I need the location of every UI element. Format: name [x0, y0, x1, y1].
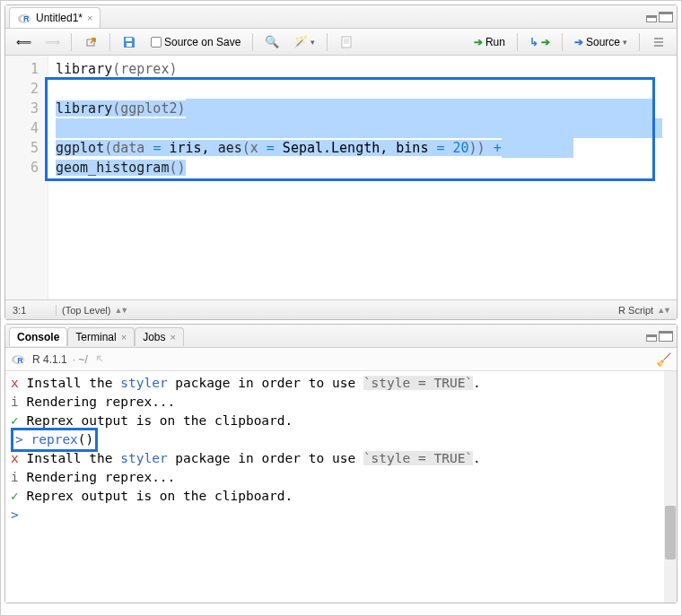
- line-number: 5: [5, 138, 39, 158]
- code-token: 20: [453, 140, 469, 156]
- source-button[interactable]: ➔Source ▾: [569, 33, 633, 51]
- close-tab-icon[interactable]: ×: [87, 13, 92, 23]
- rerun-button[interactable]: ↳➔: [524, 33, 555, 51]
- scope-label: (Top Level): [62, 305, 110, 316]
- find-button[interactable]: 🔍: [259, 32, 284, 52]
- code-tools-button[interactable]: 🪄▾: [288, 32, 320, 52]
- svg-rect-6: [342, 37, 351, 48]
- scroll-thumb[interactable]: [665, 506, 676, 560]
- code-text[interactable]: library(reprex) library(ggplot2) ggplot(…: [48, 56, 677, 299]
- source-on-save-toggle[interactable]: Source on Save: [145, 33, 246, 51]
- code-token: (reprex): [112, 61, 177, 77]
- separator: [517, 33, 518, 51]
- dropdown-caret-icon: ▾: [310, 38, 315, 47]
- console-output[interactable]: x Install the styler package in order to…: [5, 371, 677, 603]
- info-mark-icon: i: [11, 395, 19, 409]
- console-line: i Rendering reprex...: [11, 468, 671, 487]
- code-token: ggplot: [56, 140, 104, 156]
- compile-report-button[interactable]: [334, 32, 359, 52]
- console-tab[interactable]: Console: [9, 327, 67, 346]
- code-token: (ggplot2): [112, 100, 185, 117]
- popout-button[interactable]: [78, 32, 103, 52]
- separator: [252, 33, 253, 51]
- console-line: ✓ Reprex output is on the clipboard.: [11, 412, 671, 430]
- language-selector[interactable]: R Script▲▼: [618, 305, 669, 316]
- console-line: > reprex(): [11, 430, 671, 449]
- source-on-save-label: Source on Save: [164, 36, 240, 48]
- editor-body[interactable]: 1 2 3 4 5 6 library(reprex) library(ggpl…: [5, 56, 677, 299]
- tab-label: Jobs: [143, 331, 165, 343]
- code-token: (data: [104, 140, 153, 156]
- code-token: Sepal.Length, bins: [275, 140, 437, 156]
- updown-icon: ▲▼: [657, 306, 669, 315]
- separator: [639, 33, 640, 51]
- outline-button[interactable]: [646, 32, 671, 52]
- console-tab-bar: Console Terminal× Jobs×: [5, 325, 677, 348]
- r-file-icon: R: [17, 11, 31, 25]
- code-token: geom_histogram: [56, 160, 169, 176]
- editor-tab-title: Untitled1*: [36, 12, 83, 24]
- console-pane: Console Terminal× Jobs× R R 4.1.1 · ~/ 🧹…: [4, 324, 678, 603]
- popout-wd-icon[interactable]: [93, 352, 108, 367]
- scope-selector[interactable]: (Top Level)▲▼: [56, 305, 618, 316]
- svg-text:R: R: [23, 14, 30, 23]
- run-button[interactable]: ➔Run: [468, 33, 511, 51]
- close-tab-icon[interactable]: ×: [170, 332, 176, 343]
- line-number: 3: [5, 99, 39, 118]
- save-icon: [122, 35, 136, 49]
- line-number: 2: [5, 79, 39, 99]
- editor-status-bar: 3:1 (Top Level)▲▼ R Script▲▼: [5, 299, 677, 319]
- check-mark-icon: ✓: [11, 489, 19, 503]
- maximize-pane-icon[interactable]: [659, 12, 673, 22]
- minimize-pane-icon[interactable]: [646, 15, 657, 22]
- check-mark-icon: ✓: [11, 413, 19, 428]
- code-token: library: [56, 61, 112, 77]
- console-line: x Install the styler package in order to…: [11, 449, 671, 468]
- line-number: 1: [5, 59, 39, 79]
- maximize-pane-icon[interactable]: [659, 331, 673, 342]
- code-token: +: [485, 140, 502, 156]
- pane-controls: [646, 12, 673, 22]
- editor-tab-bar: R Untitled1* ×: [5, 5, 677, 29]
- forward-button[interactable]: ⟹: [39, 32, 65, 52]
- working-dir[interactable]: · ~/: [73, 353, 88, 366]
- language-label: R Script: [618, 305, 653, 316]
- clear-console-icon[interactable]: 🧹: [656, 352, 671, 367]
- tab-label: Console: [17, 331, 59, 343]
- error-mark-icon: x: [11, 376, 19, 390]
- console-line: ✓ Reprex output is on the clipboard.: [11, 487, 671, 506]
- code-token: [445, 140, 453, 156]
- code-token: )): [469, 140, 485, 156]
- forward-icon: ⟹: [45, 35, 59, 49]
- search-icon: 🔍: [265, 35, 279, 49]
- minimize-pane-icon[interactable]: [646, 334, 657, 342]
- info-mark-icon: i: [11, 470, 19, 484]
- checkbox-icon: [151, 37, 162, 48]
- console-prompt[interactable]: >: [11, 506, 671, 525]
- rerun-blue-icon: ↳: [529, 36, 538, 48]
- line-gutter: 1 2 3 4 5 6: [5, 56, 48, 299]
- back-button[interactable]: ⟸: [11, 32, 36, 52]
- save-button[interactable]: [117, 32, 142, 52]
- close-tab-icon[interactable]: ×: [121, 332, 127, 343]
- scrollbar[interactable]: [664, 371, 677, 603]
- separator: [109, 33, 110, 51]
- svg-rect-5: [127, 43, 132, 47]
- notebook-icon: [339, 35, 354, 49]
- code-token: (): [169, 160, 185, 176]
- svg-rect-4: [126, 38, 132, 41]
- editor-tab[interactable]: R Untitled1* ×: [9, 7, 101, 28]
- console-line: x Install the styler package in order to…: [11, 374, 671, 393]
- rerun-green-icon: ➔: [541, 36, 550, 48]
- run-label: Run: [485, 36, 505, 48]
- separator: [562, 33, 563, 51]
- jobs-tab[interactable]: Jobs×: [135, 327, 184, 346]
- svg-text:R: R: [17, 356, 23, 365]
- terminal-tab[interactable]: Terminal×: [67, 327, 135, 346]
- separator: [71, 33, 72, 51]
- back-icon: ⟸: [16, 35, 31, 49]
- code-token: =: [267, 140, 275, 156]
- wand-icon: 🪄: [293, 35, 308, 49]
- code-token: iris,: [161, 140, 217, 156]
- r-version: R 4.1.1: [32, 353, 67, 366]
